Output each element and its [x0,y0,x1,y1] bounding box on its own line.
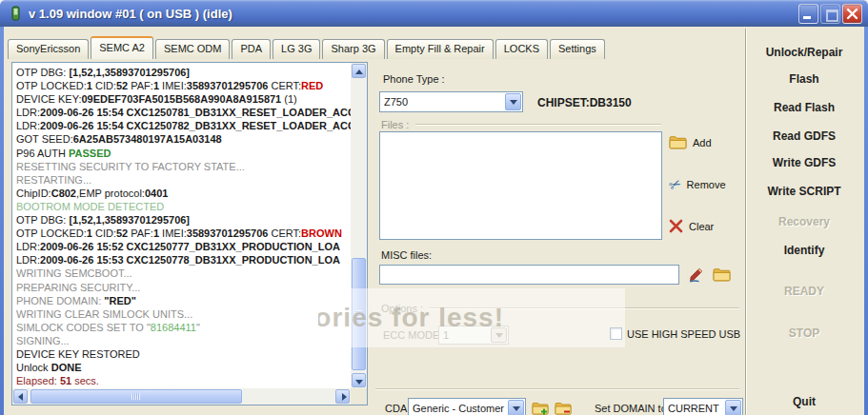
browse-folder-icon[interactable] [711,265,732,284]
ecc-mode-label: ECC MODE [383,329,439,341]
options-group-line [429,307,739,308]
chevron-down-icon[interactable] [508,400,524,415]
maximize-button [820,4,840,24]
domain-select[interactable]: CURRENT [663,398,743,415]
misc-files-label: MISC files: [381,249,432,261]
phone-type-label: Phone Type : [383,73,445,85]
log-line: P96 AUTH PASSED [16,147,351,160]
tab-empty-fill-repair[interactable]: Empty Fill & Repair [387,39,494,59]
misc-files-input[interactable] [379,265,679,285]
recovery-button: Recovery [746,215,862,228]
scroll-up-button[interactable] [352,64,366,78]
scrollbar-corner [351,388,367,405]
scissors-icon: ✂ [669,177,681,191]
flash-button[interactable]: Flash [746,72,862,86]
clear-button[interactable]: Clear [669,219,714,233]
file-actions: Add✂RemoveClear [669,128,745,251]
log-hscrollbar[interactable] [12,388,351,405]
remove-button[interactable]: ✂Remove [669,177,726,191]
log-line: DEVICE KEY RESTORED [16,347,351,361]
tab-semc-odm[interactable]: SEMC ODM [155,39,231,59]
log-line: LDR:2009-06-26 15:54 CXC1250781_DB31XX_R… [16,106,351,119]
log-line: LDR:2009-06-26 15:53 CXC1250778_DB31XX_P… [16,253,351,267]
log-line: RESETTING SECURITY TO FACTORY STATE... [16,160,351,173]
title-bar: v 1.09 window #01 ( on USB ) (idle) [0,0,868,27]
cda-select[interactable]: Generic - Customer S [408,398,526,415]
tab-pda[interactable]: PDA [232,39,271,59]
read-gdfs-button[interactable]: Read GDFS [746,129,862,143]
log-content: OTP DBG: [1,52,1,35893701295706]OTP LOCK… [12,63,351,388]
app-window: v 1.09 window #01 ( on USB ) (idle) Sony… [0,0,868,415]
remove-button-label: Remove [687,179,726,190]
tab-lg-3g[interactable]: LG 3G [273,39,320,59]
cda-label: CDA [385,403,407,414]
quit-button[interactable]: Quit [746,395,862,408]
bottom-separator [375,388,739,389]
log-vscrollbar[interactable] [351,63,367,388]
tab-sonyericsson[interactable]: SonyEricsson [8,39,89,59]
read-flash-button[interactable]: Read Flash [746,101,862,114]
hscroll-thumb[interactable] [30,389,242,404]
use-high-speed-usb-checkbox[interactable] [610,327,622,340]
tab-locks[interactable]: LOCKS [495,39,548,59]
unlock-repair-button[interactable]: Unlock/Repair [746,46,862,59]
tab-bar: SonyEricssonSEMC A2SEMC ODMPDALG 3GSharp… [8,36,607,59]
log-line: GOT SEED:6A25AB573480197A15A03148 [16,132,351,146]
log-line: SIGNING... [16,334,351,347]
cda-add-folder-icon[interactable] [530,399,551,415]
log-line: DEVICE KEY:09EDEF703FA5015B568A990A8A915… [16,92,351,106]
ecc-mode-select: 1 [438,326,509,345]
tab-semc-a2[interactable]: SEMC A2 [91,36,153,59]
chevron-down-icon[interactable] [725,400,741,415]
action-sidebar: Unlock/RepairFlashRead FlashRead GDFSWri… [745,29,862,415]
tab-settings[interactable]: Settings [550,39,605,59]
log-line: Elapsed: 51 secs. [16,374,351,387]
clear-icon [669,219,683,233]
log-line: PREPARING SECURITY... [16,281,351,294]
close-button[interactable] [842,4,862,24]
log-line: LDR:2009-06-26 15:52 CXC1250777_DB31XX_P… [16,240,351,253]
files-group-line [415,124,661,125]
log-line: OTP LOCKED:1 CID:52 PAF:1 IMEI:358937012… [16,79,351,92]
vscroll-thumb[interactable] [352,258,366,370]
log-line: LDR:2009-06-26 15:54 CXC1250782_DB31XX_R… [16,119,351,132]
scroll-left-button[interactable] [13,389,28,404]
log-line: OTP DBG: [1,52,1,35893701295706] [16,66,351,79]
log-line: RESTARTING... [16,173,351,187]
write-gdfs-button[interactable]: Write GDFS [746,156,862,169]
domain-value: CURRENT [668,403,719,414]
identify-button[interactable]: Identify [746,244,862,257]
scroll-down-button[interactable] [352,373,366,387]
log-line: BOOTROM MODE DETECTED [16,200,351,213]
chipset-label: CHIPSET:DB3150 [537,96,632,109]
log-line: OTP LOCKED:1 CID:52 PAF:1 IMEI:358937012… [16,227,351,240]
files-listbox[interactable] [379,131,662,240]
tab-sharp-3g[interactable]: Sharp 3G [322,39,384,59]
log-line: Unlock DONE [16,361,351,374]
edit-pencil-icon[interactable] [686,265,707,284]
log-panel[interactable]: OTP DBG: [1,52,1,35893701295706]OTP LOCK… [11,62,368,405]
phone-type-select[interactable]: Z750 [379,91,523,112]
log-line: PHONE DOMAIN: "RED" [16,294,351,307]
minimize-button[interactable] [798,4,818,24]
log-line: OTP DBG: [1,52,1,35893701295706] [16,213,351,227]
scroll-right-button[interactable] [335,389,350,404]
options-group-label: Options : [381,303,423,314]
clear-button-label: Clear [689,221,714,232]
write-script-button[interactable]: Write SCRIPT [746,185,862,198]
chevron-down-icon [491,327,507,343]
window-icon [8,6,23,21]
set-domain-label: Set DOMAIN to [595,403,667,414]
stop-button: STOP [746,326,862,340]
client-area: SonyEricssonSEMC A2SEMC ODMPDALG 3GSharp… [4,27,864,415]
chevron-down-icon[interactable] [505,93,521,110]
cda-value: Generic - Customer S [413,403,506,414]
cda-remove-folder-icon[interactable] [553,399,574,415]
ecc-mode-value: 1 [443,329,449,341]
add-button[interactable]: Add [669,135,712,149]
log-line: WRITING SEMCBOOT... [16,267,351,280]
log-line: WRITING CLEAR SIMLOCK UNITS... [16,307,351,321]
use-high-speed-usb-label: USE HIGH SPEED USB [627,328,740,340]
add-button-label: Add [693,137,712,148]
phone-type-value: Z750 [384,96,408,108]
